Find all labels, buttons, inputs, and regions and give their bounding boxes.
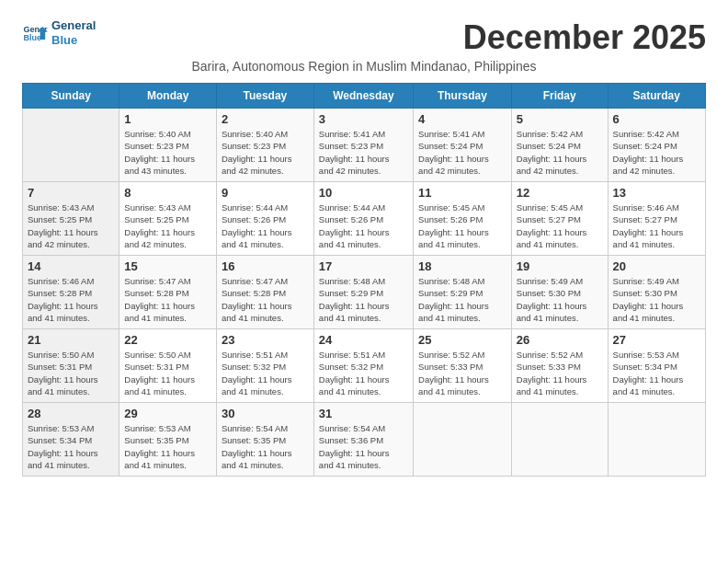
day-info: Sunrise: 5:52 AM Sunset: 5:33 PM Dayligh… (418, 349, 506, 397)
month-title: December 2025 (463, 18, 706, 57)
calendar-cell: 1Sunrise: 5:40 AM Sunset: 5:23 PM Daylig… (119, 109, 217, 182)
day-number: 3 (319, 112, 408, 126)
day-info: Sunrise: 5:46 AM Sunset: 5:28 PM Dayligh… (28, 275, 114, 324)
calendar-cell: 21Sunrise: 5:50 AM Sunset: 5:31 PM Dayli… (23, 329, 119, 403)
calendar-cell: 30Sunrise: 5:54 AM Sunset: 5:35 PM Dayli… (216, 403, 313, 477)
day-info: Sunrise: 5:51 AM Sunset: 5:32 PM Dayligh… (222, 349, 309, 397)
calendar-body: 1Sunrise: 5:40 AM Sunset: 5:23 PM Daylig… (23, 109, 706, 477)
calendar-cell: 4Sunrise: 5:41 AM Sunset: 5:24 PM Daylig… (414, 109, 512, 182)
subtitle: Barira, Autonomous Region in Muslim Mind… (22, 59, 706, 74)
day-info: Sunrise: 5:44 AM Sunset: 5:26 PM Dayligh… (319, 201, 408, 250)
day-number: 11 (418, 186, 506, 200)
day-number: 10 (319, 186, 408, 200)
day-info: Sunrise: 5:50 AM Sunset: 5:31 PM Dayligh… (28, 349, 114, 397)
day-info: Sunrise: 5:43 AM Sunset: 5:25 PM Dayligh… (124, 201, 211, 250)
day-info: Sunrise: 5:53 AM Sunset: 5:34 PM Dayligh… (28, 422, 114, 471)
day-number: 24 (319, 333, 408, 347)
calendar-cell: 24Sunrise: 5:51 AM Sunset: 5:32 PM Dayli… (313, 329, 413, 403)
calendar-cell: 31Sunrise: 5:54 AM Sunset: 5:36 PM Dayli… (313, 403, 413, 477)
day-number: 31 (319, 407, 408, 420)
weekday-header-row: SundayMondayTuesdayWednesdayThursdayFrid… (23, 84, 706, 109)
day-info: Sunrise: 5:49 AM Sunset: 5:30 PM Dayligh… (613, 275, 700, 324)
day-info: Sunrise: 5:48 AM Sunset: 5:29 PM Dayligh… (418, 275, 506, 324)
day-info: Sunrise: 5:45 AM Sunset: 5:27 PM Dayligh… (517, 201, 603, 250)
day-number: 17 (319, 259, 408, 273)
day-number: 30 (222, 407, 309, 420)
day-number: 18 (418, 259, 506, 273)
weekday-header-sunday: Sunday (23, 84, 119, 109)
logo-text-line2: Blue (51, 33, 96, 48)
weekday-header-wednesday: Wednesday (313, 84, 413, 109)
calendar-cell: 15Sunrise: 5:47 AM Sunset: 5:28 PM Dayli… (119, 256, 217, 329)
calendar-cell: 6Sunrise: 5:42 AM Sunset: 5:24 PM Daylig… (608, 109, 705, 182)
day-number: 23 (222, 333, 309, 347)
calendar-cell: 7Sunrise: 5:43 AM Sunset: 5:25 PM Daylig… (23, 182, 119, 256)
day-number: 28 (28, 407, 114, 420)
calendar-cell: 16Sunrise: 5:47 AM Sunset: 5:28 PM Dayli… (216, 256, 313, 329)
day-number: 19 (517, 259, 603, 273)
day-number: 8 (124, 186, 211, 200)
day-info: Sunrise: 5:54 AM Sunset: 5:36 PM Dayligh… (319, 422, 408, 471)
day-number: 9 (222, 186, 309, 200)
calendar-cell: 19Sunrise: 5:49 AM Sunset: 5:30 PM Dayli… (511, 256, 608, 329)
day-info: Sunrise: 5:53 AM Sunset: 5:34 PM Dayligh… (613, 349, 700, 397)
calendar-cell: 14Sunrise: 5:46 AM Sunset: 5:28 PM Dayli… (23, 256, 119, 329)
day-info: Sunrise: 5:42 AM Sunset: 5:24 PM Dayligh… (613, 128, 700, 177)
day-info: Sunrise: 5:46 AM Sunset: 5:27 PM Dayligh… (613, 201, 700, 250)
day-info: Sunrise: 5:47 AM Sunset: 5:28 PM Dayligh… (222, 275, 309, 324)
calendar-cell (414, 403, 512, 477)
day-number: 12 (517, 186, 603, 200)
calendar-cell: 18Sunrise: 5:48 AM Sunset: 5:29 PM Dayli… (414, 256, 512, 329)
day-number: 14 (28, 259, 114, 273)
weekday-header-thursday: Thursday (414, 84, 512, 109)
day-number: 25 (418, 333, 506, 347)
calendar-cell: 11Sunrise: 5:45 AM Sunset: 5:26 PM Dayli… (414, 182, 512, 256)
day-number: 5 (517, 112, 603, 126)
day-info: Sunrise: 5:44 AM Sunset: 5:26 PM Dayligh… (222, 201, 309, 250)
weekday-header-saturday: Saturday (608, 84, 705, 109)
day-info: Sunrise: 5:54 AM Sunset: 5:35 PM Dayligh… (222, 422, 309, 471)
day-number: 15 (124, 259, 211, 273)
day-info: Sunrise: 5:41 AM Sunset: 5:23 PM Dayligh… (319, 128, 408, 177)
day-info: Sunrise: 5:47 AM Sunset: 5:28 PM Dayligh… (124, 275, 211, 324)
day-number: 13 (613, 186, 700, 200)
weekday-header-monday: Monday (119, 84, 217, 109)
calendar-cell: 20Sunrise: 5:49 AM Sunset: 5:30 PM Dayli… (608, 256, 705, 329)
day-info: Sunrise: 5:43 AM Sunset: 5:25 PM Dayligh… (28, 201, 114, 250)
calendar-cell (511, 403, 608, 477)
day-number: 21 (28, 333, 114, 347)
calendar-cell: 3Sunrise: 5:41 AM Sunset: 5:23 PM Daylig… (313, 109, 413, 182)
day-number: 4 (418, 112, 506, 126)
day-info: Sunrise: 5:41 AM Sunset: 5:24 PM Dayligh… (418, 128, 506, 177)
calendar-cell: 23Sunrise: 5:51 AM Sunset: 5:32 PM Dayli… (216, 329, 313, 403)
calendar-cell: 2Sunrise: 5:40 AM Sunset: 5:23 PM Daylig… (216, 109, 313, 182)
svg-text:Blue: Blue (23, 32, 41, 41)
calendar-cell: 29Sunrise: 5:53 AM Sunset: 5:35 PM Dayli… (119, 403, 217, 477)
day-number: 6 (613, 112, 700, 126)
calendar-week-row: 28Sunrise: 5:53 AM Sunset: 5:34 PM Dayli… (23, 403, 706, 477)
calendar-week-row: 21Sunrise: 5:50 AM Sunset: 5:31 PM Dayli… (23, 329, 706, 403)
logo-text-line1: General (51, 18, 96, 33)
calendar-week-row: 1Sunrise: 5:40 AM Sunset: 5:23 PM Daylig… (23, 109, 706, 182)
calendar-cell: 27Sunrise: 5:53 AM Sunset: 5:34 PM Dayli… (608, 329, 705, 403)
day-number: 26 (517, 333, 603, 347)
day-number: 22 (124, 333, 211, 347)
calendar-cell: 13Sunrise: 5:46 AM Sunset: 5:27 PM Dayli… (608, 182, 705, 256)
calendar-table: SundayMondayTuesdayWednesdayThursdayFrid… (22, 83, 706, 477)
calendar-cell: 17Sunrise: 5:48 AM Sunset: 5:29 PM Dayli… (313, 256, 413, 329)
logo-icon: General Blue (22, 20, 48, 46)
day-info: Sunrise: 5:42 AM Sunset: 5:24 PM Dayligh… (517, 128, 603, 177)
calendar-week-row: 7Sunrise: 5:43 AM Sunset: 5:25 PM Daylig… (23, 182, 706, 256)
weekday-header-friday: Friday (511, 84, 608, 109)
day-number: 16 (222, 259, 309, 273)
day-number: 1 (124, 112, 211, 126)
weekday-header-tuesday: Tuesday (216, 84, 313, 109)
day-info: Sunrise: 5:50 AM Sunset: 5:31 PM Dayligh… (124, 349, 211, 397)
calendar-cell: 25Sunrise: 5:52 AM Sunset: 5:33 PM Dayli… (414, 329, 512, 403)
day-info: Sunrise: 5:40 AM Sunset: 5:23 PM Dayligh… (222, 128, 309, 177)
day-info: Sunrise: 5:53 AM Sunset: 5:35 PM Dayligh… (124, 422, 211, 471)
logo: General Blue General Blue (22, 18, 96, 47)
calendar-cell: 5Sunrise: 5:42 AM Sunset: 5:24 PM Daylig… (511, 109, 608, 182)
calendar-cell: 26Sunrise: 5:52 AM Sunset: 5:33 PM Dayli… (511, 329, 608, 403)
day-info: Sunrise: 5:52 AM Sunset: 5:33 PM Dayligh… (517, 349, 603, 397)
